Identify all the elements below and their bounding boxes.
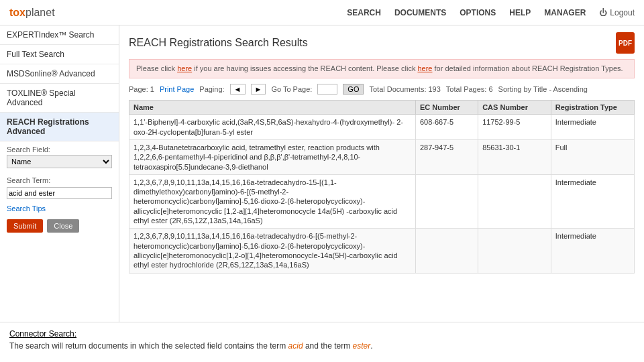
notice-link-2[interactable]: here — [417, 64, 432, 72]
prev-page-btn[interactable]: ◄ — [230, 84, 246, 95]
sidebar-buttons: Submit Close — [0, 217, 119, 235]
search-field-group: Search Field: Name — [0, 141, 119, 172]
content-area: REACH Registrations Search Results PDF P… — [119, 25, 644, 322]
next-page-btn[interactable]: ► — [251, 84, 266, 95]
search-term-label: Search Term: — [7, 176, 112, 184]
sidebar-item-reach-label: REACH Registrations Advanced — [7, 117, 89, 136]
connector-title[interactable]: Connector Search: — [9, 329, 635, 339]
col-header-ec: EC Number — [415, 101, 478, 115]
go-to-label: Go To Page: — [271, 85, 312, 93]
sidebar-item-msdsonline[interactable]: MSDSonline® Advanced — [0, 64, 119, 84]
sidebar-item-expertindex[interactable]: EXPERTIndex™ Search — [0, 25, 119, 45]
cell-ec — [415, 229, 478, 273]
total-pages: Total Pages: 6 — [446, 85, 493, 93]
cell-cas — [478, 174, 551, 228]
pdf-icon[interactable]: PDF — [616, 32, 635, 54]
sorting: Sorting by Title - Ascending — [498, 85, 588, 93]
table-row[interactable]: 1,1'-Biphenyl]-4-carboxylic acid,(3aR,4S… — [129, 115, 635, 140]
logout-label: Logout — [610, 8, 635, 17]
search-field-label: Search Field: — [7, 145, 112, 154]
sidebar-item-msdsonline-label: MSDSonline® Advanced — [7, 69, 95, 78]
search-tips-link[interactable]: Search Tips — [0, 203, 119, 217]
sidebar-item-toxline[interactable]: TOXLINE® Special Advanced — [0, 84, 119, 113]
sidebar-item-fulltext[interactable]: Full Text Search — [0, 45, 119, 64]
cell-reg: Intermediate — [551, 174, 634, 228]
go-button[interactable]: GO — [343, 84, 364, 95]
paging-label: Paging: — [199, 85, 224, 93]
logo: toxplanet — [9, 7, 55, 19]
desc-middle: and the term — [303, 341, 353, 351]
term2: ester — [353, 341, 371, 351]
nav-documents[interactable]: DOCUMENTS — [394, 8, 446, 17]
table-row[interactable]: 1,2,3,6,7,8,9,10,11,13a,14,15,16,16a-tet… — [129, 229, 635, 273]
nav-help[interactable]: HELP — [509, 8, 531, 17]
cell-reg: Full — [551, 139, 634, 174]
cell-name: 1,2,3,6,7,8,9,10,11,13a,14,15,16,16a-tet… — [129, 229, 416, 273]
page-label: Page: 1 — [129, 85, 154, 93]
nav-manager[interactable]: MANAGER — [544, 8, 586, 17]
nav-options[interactable]: OPTIONS — [460, 8, 496, 17]
page-title: REACH Registrations Search Results — [129, 37, 308, 49]
table-row[interactable]: 1,2,3,6,7,8,9,10,11,13a,14,15,16,16a-tet… — [129, 174, 635, 228]
top-nav: toxplanet SEARCH DOCUMENTS OPTIONS HELP … — [0, 0, 644, 25]
logout-link[interactable]: ⏻ Logout — [599, 8, 635, 17]
term1: acid — [288, 341, 303, 351]
bottom-description: The search will return documents in whic… — [9, 341, 635, 351]
col-header-name: Name — [129, 101, 416, 115]
cell-ec — [415, 174, 478, 228]
search-term-group: Search Term: — [0, 172, 119, 203]
search-term-input[interactable] — [7, 187, 112, 199]
cell-name: 1,1'-Biphenyl]-4-carboxylic acid,(3aR,4S… — [129, 115, 416, 140]
cell-ec: 287-947-5 — [415, 139, 478, 174]
content-header: REACH Registrations Search Results PDF — [129, 32, 635, 54]
cell-cas: 85631-30-1 — [478, 139, 551, 174]
submit-button[interactable]: Submit — [7, 219, 43, 233]
logo-planet: planet — [25, 7, 55, 18]
bottom-section: Connector Search: The search will return… — [0, 322, 644, 355]
table-row[interactable]: 1,2,3,4-Butanetetracarboxylic acid, tetr… — [129, 139, 635, 174]
logout-icon: ⏻ — [599, 8, 607, 17]
cell-ec: 608-667-5 — [415, 115, 478, 140]
nav-links: SEARCH DOCUMENTS OPTIONS HELP MANAGER ⏻ … — [347, 8, 635, 17]
cell-cas: 11752-99-5 — [478, 115, 551, 140]
cell-reg: Intermediate — [551, 115, 634, 140]
notice-box: Please click here if you are having issu… — [129, 59, 635, 78]
cell-reg: Intermediate — [551, 229, 634, 273]
desc-start: The search will return documents in whic… — [9, 341, 288, 351]
page-input[interactable] — [317, 84, 337, 95]
pagination-bar: Page: 1 Print Page Paging: ◄ ► Go To Pag… — [129, 84, 635, 95]
pdf-label: PDF — [619, 40, 632, 47]
notice-link-1[interactable]: here — [177, 64, 192, 72]
close-button[interactable]: Close — [47, 219, 79, 233]
search-field-select[interactable]: Name — [7, 155, 112, 168]
cell-name: 1,2,3,4-Butanetetracarboxylic acid, tetr… — [129, 139, 416, 174]
sidebar: EXPERTIndex™ Search Full Text Search MSD… — [0, 25, 119, 322]
col-header-cas: CAS Number — [478, 101, 551, 115]
sidebar-item-reach[interactable]: REACH Registrations Advanced — [0, 113, 119, 141]
main-layout: EXPERTIndex™ Search Full Text Search MSD… — [0, 25, 644, 322]
sidebar-item-toxline-label: TOXLINE® Special Advanced — [7, 88, 76, 107]
nav-search[interactable]: SEARCH — [347, 8, 381, 17]
total-docs: Total Documents: 193 — [369, 85, 440, 93]
cell-name: 1,2,3,6,7,8,9,10,11,13a,14,15,16,16a-tet… — [129, 174, 416, 228]
print-page[interactable]: Print Page — [160, 85, 194, 93]
cell-cas — [478, 229, 551, 273]
logo-tox: tox — [9, 7, 25, 18]
col-header-reg: Registration Type — [551, 101, 634, 115]
sidebar-item-fulltext-label: Full Text Search — [7, 50, 64, 59]
sidebar-item-expertindex-label: EXPERTIndex™ Search — [7, 30, 95, 40]
results-table: Name EC Number CAS Number Registration T… — [129, 100, 635, 273]
desc-end: . — [370, 341, 372, 351]
